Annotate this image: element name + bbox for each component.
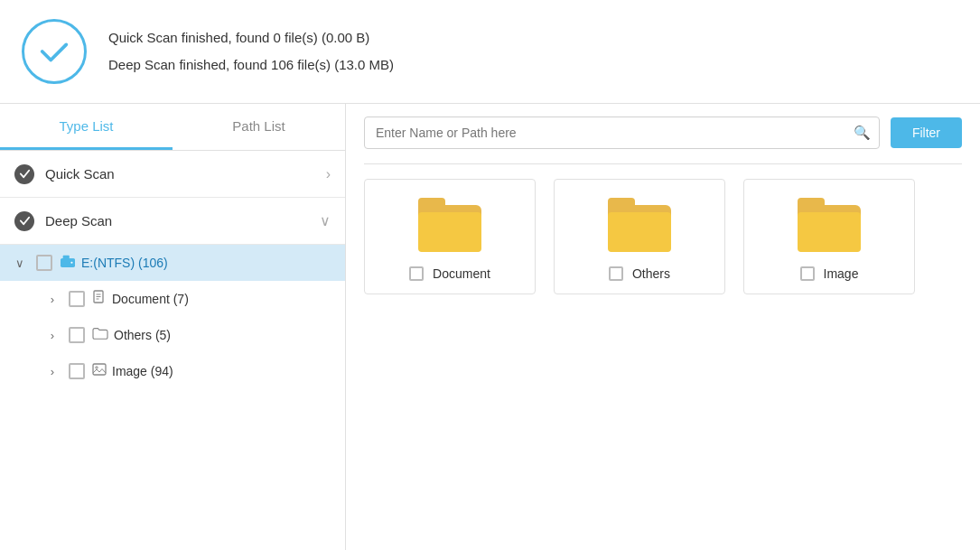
drive-checkbox[interactable] [36,255,52,271]
search-box: 🔍 [364,117,880,149]
drive-expand-icon: ∨ [11,256,29,270]
image-card-label: Image [824,266,859,281]
search-divider [364,163,962,164]
svg-rect-8 [93,364,106,375]
document-icon [92,290,107,308]
svg-point-2 [70,262,72,264]
quick-scan-label: Quick Scan [45,166,326,182]
tree-image-item[interactable]: › Image (94) [0,353,345,389]
tab-path-list[interactable]: Path List [173,104,345,150]
image-label: Image (94) [112,364,173,378]
document-expand-icon: › [43,293,61,306]
others-file-card[interactable]: Others [554,179,725,294]
document-card-label: Document [433,266,490,281]
quick-scan-item[interactable]: Quick Scan › [0,151,345,198]
document-card-checkbox[interactable] [409,266,424,281]
deep-scan-label: Deep Scan [45,213,320,228]
others-folder-icon [92,326,108,344]
quick-scan-status: Quick Scan finished, found 0 file(s) (0.… [108,24,394,51]
drive-icon [60,254,76,272]
tree-drive-item[interactable]: ∨ E:(NTFS) (106) [0,245,345,281]
deep-scan-check-icon [14,211,34,231]
others-card-bottom: Others [609,266,670,281]
filter-button[interactable]: Filter [891,117,962,148]
header-text: Quick Scan finished, found 0 file(s) (0.… [108,24,394,79]
tree-section: ∨ E:(NTFS) (106) › [0,245,345,550]
others-card-checkbox[interactable] [609,266,623,281]
image-icon [92,362,107,380]
right-panel: 🔍 Filter Document [346,104,980,550]
file-grid: Document Others [364,179,962,294]
tab-type-list[interactable]: Type List [0,104,173,150]
document-file-card[interactable]: Document [364,179,536,294]
others-card-label: Others [632,266,670,281]
main-layout: Type List Path List Quick Scan › De [0,104,980,550]
others-expand-icon: › [43,329,61,342]
check-icon [22,19,87,84]
left-panel: Type List Path List Quick Scan › De [0,104,346,550]
quick-scan-check-icon [14,164,34,184]
quick-scan-arrow: › [326,166,331,182]
image-expand-icon: › [43,365,61,378]
document-folder-icon [418,198,481,252]
deep-scan-status: Deep Scan finished, found 106 file(s) (1… [108,51,394,79]
image-checkbox[interactable] [69,363,85,379]
deep-scan-arrow: ∨ [320,212,331,229]
deep-scan-item[interactable]: Deep Scan ∨ [0,198,345,245]
svg-rect-3 [63,256,70,259]
image-card-bottom: Image [800,266,859,281]
svg-point-9 [96,367,98,368]
others-folder-icon [608,198,671,252]
image-folder-icon [798,198,861,252]
header: Quick Scan finished, found 0 file(s) (0.… [0,0,980,104]
search-row: 🔍 Filter [364,117,962,149]
others-checkbox[interactable] [69,327,85,343]
tree-others-item[interactable]: › Others (5) [0,317,345,353]
drive-label: E:(NTFS) (106) [81,256,168,270]
image-card-checkbox[interactable] [800,266,815,281]
tree-document-item[interactable]: › Document (7) [0,281,345,317]
document-checkbox[interactable] [69,291,85,307]
document-card-bottom: Document [409,266,490,281]
image-file-card[interactable]: Image [743,179,915,294]
others-label: Others (5) [114,328,171,342]
document-label: Document (7) [112,292,189,306]
search-input[interactable] [364,117,880,149]
search-icon: 🔍 [854,125,871,141]
tab-bar: Type List Path List [0,104,345,151]
